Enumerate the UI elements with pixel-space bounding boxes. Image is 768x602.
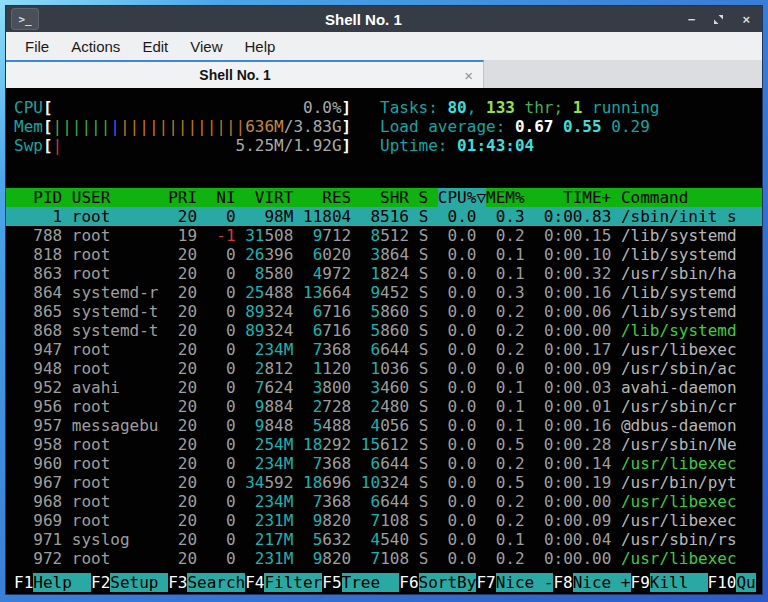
process-row-pid-818[interactable]: 818 root 20 0 26396 6020 3864 S 0.0 0.1 … xyxy=(6,245,762,264)
fkey-f2[interactable]: F2 xyxy=(91,573,110,592)
maximize-icon xyxy=(713,14,724,25)
menu-bar: File Actions Edit View Help xyxy=(6,32,762,60)
process-table-header[interactable]: PID USER PRI NI VIRT RES SHR S CPU%▽MEM%… xyxy=(6,188,762,207)
menu-view[interactable]: View xyxy=(179,38,233,55)
tab-bar: Shell No. 1 × xyxy=(6,60,762,88)
terminal-screen[interactable]: CPU[ 0.0%] Mem[||||||||||||||||||||636M/… xyxy=(6,88,762,594)
tab-shell-no-1[interactable]: Shell No. 1 × xyxy=(6,60,484,88)
process-row-pid-960[interactable]: 960 root 20 0 234M 7368 6644 S 0.0 0.2 0… xyxy=(6,454,762,473)
fkey-f6[interactable]: F6 xyxy=(399,573,418,592)
process-row-pid-948[interactable]: 948 root 20 0 2812 1120 1036 S 0.0 0.0 0… xyxy=(6,359,762,378)
menu-help[interactable]: Help xyxy=(233,38,286,55)
process-row-pid-969[interactable]: 969 root 20 0 231M 9820 7108 S 0.0 0.2 0… xyxy=(6,511,762,530)
fkey-label-f4-filter[interactable]: Filter xyxy=(264,573,322,592)
menu-actions[interactable]: Actions xyxy=(60,38,131,55)
terminal-window: >_ Shell No. 1 − × File Actions Edit Vie… xyxy=(6,6,762,594)
process-row-pid-956[interactable]: 956 root 20 0 9884 2728 2480 S 0.0 0.1 0… xyxy=(6,397,762,416)
process-row-pid-971[interactable]: 971 syslog 20 0 217M 5632 4540 S 0.0 0.1… xyxy=(6,530,762,549)
fkey-label-f8-nice-[interactable]: Nice + xyxy=(573,573,631,592)
process-row-pid-967[interactable]: 967 root 20 0 34592 18696 10324 S 0.0 0.… xyxy=(6,473,762,492)
process-row-pid-957[interactable]: 957 messagebu 20 0 9848 5488 4056 S 0.0 … xyxy=(6,416,762,435)
sort-column-cpu[interactable]: CPU%▽ xyxy=(438,188,486,207)
process-row-pid-864[interactable]: 864 systemd-r 20 0 25488 13664 9452 S 0.… xyxy=(6,283,762,302)
fkey-label-f1-help[interactable]: Help xyxy=(33,573,91,592)
fkey-label-f5-tree[interactable]: Tree xyxy=(342,573,400,592)
load-average-line: Load average: 0.67 0.55 0.29 xyxy=(380,117,659,136)
terminal-app-icon: >_ xyxy=(11,8,39,30)
fkey-label-f10-qu[interactable]: Qu xyxy=(736,573,755,592)
menu-file[interactable]: File xyxy=(14,38,60,55)
function-key-bar: F1Help F2Setup F3SearchF4FilterF5Tree F6… xyxy=(6,573,762,592)
process-table: 1 root 20 0 98M 11804 8516 S 0.0 0.3 0:0… xyxy=(6,207,762,568)
process-row-pid-972[interactable]: 972 root 20 0 231M 9820 7108 S 0.0 0.2 0… xyxy=(6,549,762,568)
fkey-f1[interactable]: F1 xyxy=(14,573,33,592)
fkey-label-f2-setup[interactable]: Setup xyxy=(110,573,168,592)
htop-summary: Tasks: 80, 133 thr; 1 running Load avera… xyxy=(380,98,659,155)
window-controls: − × xyxy=(688,13,750,26)
fkey-f5[interactable]: F5 xyxy=(322,573,341,592)
fkey-label-f3-search[interactable]: Search xyxy=(187,573,245,592)
title-bar[interactable]: >_ Shell No. 1 − × xyxy=(6,6,762,32)
fkey-f8[interactable]: F8 xyxy=(553,573,572,592)
process-row-pid-868[interactable]: 868 systemd-t 20 0 89324 6716 5860 S 0.0… xyxy=(6,321,762,340)
uptime-line: Uptime: 01:43:04 xyxy=(380,136,659,155)
process-row-pid-865[interactable]: 865 systemd-t 20 0 89324 6716 5860 S 0.0… xyxy=(6,302,762,321)
maximize-button[interactable] xyxy=(713,14,724,25)
minimize-button[interactable]: − xyxy=(688,13,696,26)
window-title: Shell No. 1 xyxy=(39,11,688,28)
process-row-pid-788[interactable]: 788 root 19 -1 31508 9712 8512 S 0.0 0.2… xyxy=(6,226,762,245)
fkey-f7[interactable]: F7 xyxy=(476,573,495,592)
fkey-f3[interactable]: F3 xyxy=(168,573,187,592)
fkey-label-f6-sortby[interactable]: SortBy xyxy=(419,573,477,592)
process-row-pid-1[interactable]: 1 root 20 0 98M 11804 8516 S 0.0 0.3 0:0… xyxy=(6,207,762,226)
menu-edit[interactable]: Edit xyxy=(131,38,179,55)
tasks-line: Tasks: 80, 133 thr; 1 running xyxy=(380,98,659,117)
process-row-pid-947[interactable]: 947 root 20 0 234M 7368 6644 S 0.0 0.2 0… xyxy=(6,340,762,359)
tab-close-icon[interactable]: × xyxy=(464,67,473,84)
tab-title: Shell No. 1 xyxy=(6,67,464,83)
process-row-pid-952[interactable]: 952 avahi 20 0 7624 3800 3460 S 0.0 0.1 … xyxy=(6,378,762,397)
fkey-f10[interactable]: F10 xyxy=(708,573,737,592)
process-row-pid-968[interactable]: 968 root 20 0 234M 7368 6644 S 0.0 0.2 0… xyxy=(6,492,762,511)
close-button[interactable]: × xyxy=(742,13,750,26)
fkey-f9[interactable]: F9 xyxy=(631,573,650,592)
fkey-f4[interactable]: F4 xyxy=(245,573,264,592)
fkey-label-f9-kill[interactable]: Kill xyxy=(650,573,708,592)
process-row-pid-958[interactable]: 958 root 20 0 254M 18292 15612 S 0.0 0.5… xyxy=(6,435,762,454)
process-row-pid-863[interactable]: 863 root 20 0 8580 4972 1824 S 0.0 0.1 0… xyxy=(6,264,762,283)
fkey-label-f7-nice-[interactable]: Nice - xyxy=(496,573,554,592)
